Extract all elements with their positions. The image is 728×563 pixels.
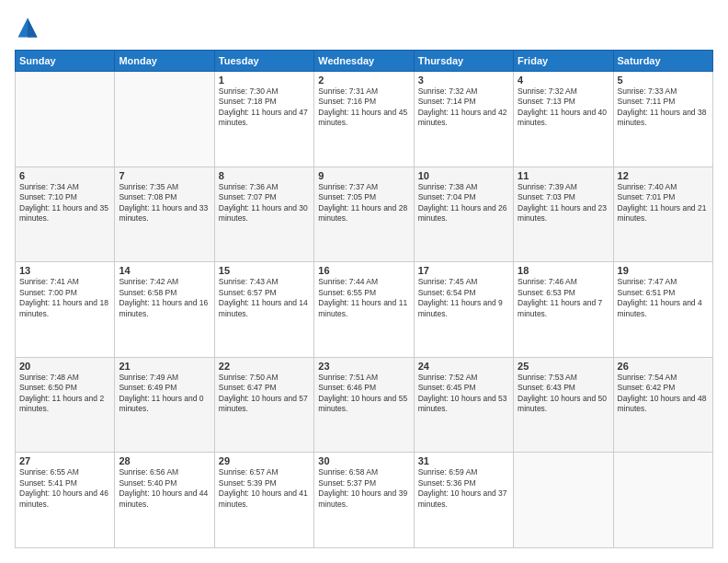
day-info: Sunrise: 7:36 AMSunset: 7:07 PMDaylight:…	[219, 182, 310, 224]
day-info: Sunrise: 6:56 AMSunset: 5:40 PMDaylight:…	[119, 467, 210, 510]
calendar-day-header-saturday: Saturday	[613, 51, 712, 72]
day-info: Sunrise: 7:46 AMSunset: 6:53 PMDaylight:…	[518, 277, 609, 319]
day-number: 4	[518, 75, 609, 86]
day-number: 5	[618, 75, 709, 86]
day-info: Sunrise: 7:52 AMSunset: 6:45 PMDaylight:…	[418, 373, 509, 415]
day-info: Sunrise: 7:38 AMSunset: 7:04 PMDaylight:…	[418, 182, 509, 224]
calendar-day-cell: 6Sunrise: 7:34 AMSunset: 7:10 PMDaylight…	[16, 167, 115, 262]
calendar-day-cell: 24Sunrise: 7:52 AMSunset: 6:45 PMDayligh…	[414, 357, 513, 453]
day-info: Sunrise: 7:50 AMSunset: 6:47 PMDaylight:…	[219, 373, 310, 415]
day-number: 24	[418, 361, 509, 372]
header	[15, 15, 713, 40]
day-number: 3	[418, 75, 509, 86]
calendar-week-row: 20Sunrise: 7:48 AMSunset: 6:50 PMDayligh…	[16, 357, 713, 453]
calendar-day-cell: 21Sunrise: 7:49 AMSunset: 6:49 PMDayligh…	[115, 357, 214, 453]
day-number: 29	[219, 455, 310, 466]
calendar-day-cell: 25Sunrise: 7:53 AMSunset: 6:43 PMDayligh…	[514, 357, 613, 453]
calendar-week-row: 6Sunrise: 7:34 AMSunset: 7:10 PMDaylight…	[16, 167, 713, 262]
calendar-day-cell: 5Sunrise: 7:33 AMSunset: 7:11 PMDaylight…	[613, 72, 712, 167]
calendar-header-row: SundayMondayTuesdayWednesdayThursdayFrid…	[16, 51, 713, 72]
calendar-day-cell: 18Sunrise: 7:46 AMSunset: 6:53 PMDayligh…	[514, 262, 613, 358]
day-number: 17	[418, 265, 509, 276]
day-number: 11	[518, 170, 609, 181]
day-number: 21	[119, 361, 210, 372]
calendar-day-cell: 30Sunrise: 6:58 AMSunset: 5:37 PMDayligh…	[314, 453, 414, 548]
calendar-day-header-tuesday: Tuesday	[214, 51, 313, 72]
calendar-day-header-friday: Friday	[514, 51, 613, 72]
calendar-day-cell: 19Sunrise: 7:47 AMSunset: 6:51 PMDayligh…	[613, 262, 712, 358]
calendar-day-cell: 4Sunrise: 7:32 AMSunset: 7:13 PMDaylight…	[514, 72, 613, 167]
day-number: 31	[418, 455, 509, 466]
svg-marker-1	[28, 18, 38, 38]
day-number: 16	[318, 265, 409, 276]
calendar-week-row: 27Sunrise: 6:55 AMSunset: 5:41 PMDayligh…	[16, 453, 713, 548]
day-info: Sunrise: 7:54 AMSunset: 6:42 PMDaylight:…	[618, 373, 709, 415]
day-info: Sunrise: 6:57 AMSunset: 5:39 PMDaylight:…	[219, 467, 310, 510]
day-number: 28	[119, 455, 210, 466]
calendar-day-cell: 17Sunrise: 7:45 AMSunset: 6:54 PMDayligh…	[414, 262, 513, 358]
day-info: Sunrise: 7:44 AMSunset: 6:55 PMDaylight:…	[318, 277, 409, 319]
day-number: 9	[318, 170, 409, 181]
day-number: 6	[19, 170, 110, 181]
day-number: 10	[418, 170, 509, 181]
calendar-day-cell: 9Sunrise: 7:37 AMSunset: 7:05 PMDaylight…	[314, 167, 414, 262]
day-number: 2	[318, 75, 409, 86]
day-number: 15	[219, 265, 310, 276]
day-info: Sunrise: 7:49 AMSunset: 6:49 PMDaylight:…	[119, 373, 210, 415]
calendar-day-cell: 20Sunrise: 7:48 AMSunset: 6:50 PMDayligh…	[16, 357, 115, 453]
calendar-day-cell: 31Sunrise: 6:59 AMSunset: 5:36 PMDayligh…	[414, 453, 513, 548]
calendar-day-cell	[613, 453, 712, 548]
day-info: Sunrise: 7:53 AMSunset: 6:43 PMDaylight:…	[518, 373, 609, 415]
day-info: Sunrise: 7:47 AMSunset: 6:51 PMDaylight:…	[618, 277, 709, 319]
day-number: 8	[219, 170, 310, 181]
calendar-day-cell: 12Sunrise: 7:40 AMSunset: 7:01 PMDayligh…	[613, 167, 712, 262]
day-info: Sunrise: 7:33 AMSunset: 7:11 PMDaylight:…	[618, 86, 709, 129]
day-info: Sunrise: 7:42 AMSunset: 6:58 PMDaylight:…	[119, 277, 210, 319]
calendar-day-cell: 11Sunrise: 7:39 AMSunset: 7:03 PMDayligh…	[514, 167, 613, 262]
day-number: 23	[318, 361, 409, 372]
calendar-day-cell	[115, 72, 214, 167]
calendar-day-cell: 23Sunrise: 7:51 AMSunset: 6:46 PMDayligh…	[314, 357, 414, 453]
calendar-day-cell: 26Sunrise: 7:54 AMSunset: 6:42 PMDayligh…	[613, 357, 712, 453]
calendar-day-cell: 7Sunrise: 7:35 AMSunset: 7:08 PMDaylight…	[115, 167, 214, 262]
day-number: 22	[219, 361, 310, 372]
calendar-day-cell: 13Sunrise: 7:41 AMSunset: 7:00 PMDayligh…	[16, 262, 115, 358]
calendar-table: SundayMondayTuesdayWednesdayThursdayFrid…	[15, 50, 713, 548]
day-info: Sunrise: 7:32 AMSunset: 7:14 PMDaylight:…	[418, 86, 509, 129]
calendar-week-row: 13Sunrise: 7:41 AMSunset: 7:00 PMDayligh…	[16, 262, 713, 358]
calendar-week-row: 1Sunrise: 7:30 AMSunset: 7:18 PMDaylight…	[16, 72, 713, 167]
day-info: Sunrise: 7:48 AMSunset: 6:50 PMDaylight:…	[19, 373, 110, 415]
day-number: 26	[618, 361, 709, 372]
day-number: 7	[119, 170, 210, 181]
calendar-day-cell: 2Sunrise: 7:31 AMSunset: 7:16 PMDaylight…	[314, 72, 414, 167]
logo	[15, 15, 44, 40]
day-number: 18	[518, 265, 609, 276]
day-info: Sunrise: 6:59 AMSunset: 5:36 PMDaylight:…	[418, 467, 509, 510]
day-info: Sunrise: 7:43 AMSunset: 6:57 PMDaylight:…	[219, 277, 310, 319]
day-number: 20	[19, 361, 110, 372]
calendar-day-cell: 14Sunrise: 7:42 AMSunset: 6:58 PMDayligh…	[115, 262, 214, 358]
calendar-day-cell: 29Sunrise: 6:57 AMSunset: 5:39 PMDayligh…	[214, 453, 313, 548]
day-number: 12	[618, 170, 709, 181]
day-info: Sunrise: 6:58 AMSunset: 5:37 PMDaylight:…	[318, 467, 409, 510]
calendar-day-header-wednesday: Wednesday	[314, 51, 414, 72]
day-info: Sunrise: 7:51 AMSunset: 6:46 PMDaylight:…	[318, 373, 409, 415]
logo-icon	[15, 15, 40, 40]
day-info: Sunrise: 7:32 AMSunset: 7:13 PMDaylight:…	[518, 86, 609, 129]
calendar-day-cell: 3Sunrise: 7:32 AMSunset: 7:14 PMDaylight…	[414, 72, 513, 167]
calendar-day-header-monday: Monday	[115, 51, 214, 72]
day-number: 1	[219, 75, 310, 86]
day-info: Sunrise: 7:39 AMSunset: 7:03 PMDaylight:…	[518, 182, 609, 224]
day-number: 27	[19, 455, 110, 466]
day-info: Sunrise: 7:37 AMSunset: 7:05 PMDaylight:…	[318, 182, 409, 224]
calendar-day-cell: 15Sunrise: 7:43 AMSunset: 6:57 PMDayligh…	[214, 262, 313, 358]
page: SundayMondayTuesdayWednesdayThursdayFrid…	[0, 0, 728, 563]
calendar-day-cell: 28Sunrise: 6:56 AMSunset: 5:40 PMDayligh…	[115, 453, 214, 548]
calendar-day-cell: 10Sunrise: 7:38 AMSunset: 7:04 PMDayligh…	[414, 167, 513, 262]
day-number: 25	[518, 361, 609, 372]
day-info: Sunrise: 6:55 AMSunset: 5:41 PMDaylight:…	[19, 467, 110, 510]
day-info: Sunrise: 7:35 AMSunset: 7:08 PMDaylight:…	[119, 182, 210, 224]
day-number: 19	[618, 265, 709, 276]
calendar-day-cell	[514, 453, 613, 548]
day-info: Sunrise: 7:45 AMSunset: 6:54 PMDaylight:…	[418, 277, 509, 319]
